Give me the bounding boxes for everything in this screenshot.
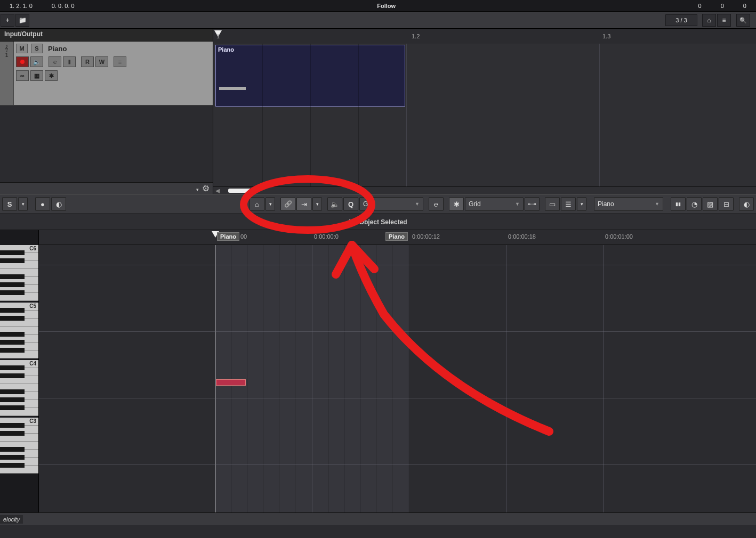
arrangement-area[interactable]: Piano bbox=[213, 44, 756, 186]
extra-tool-2[interactable]: ◐ bbox=[739, 197, 754, 211]
track-list-panel: Input/Output 𝄞 1 M S Piano 🔈 ℮ ⦀ bbox=[0, 29, 213, 194]
ruler-18: 0:00:00:18 bbox=[508, 233, 536, 240]
editor-time-ruler[interactable]: Piano 00 0:00:00:0 Piano 0:00:00:12 0:00… bbox=[39, 230, 756, 245]
write-automation-button[interactable]: W bbox=[95, 56, 108, 67]
value-a: 0 bbox=[689, 3, 711, 9]
search-button[interactable] bbox=[736, 14, 750, 27]
track-name[interactable]: Piano bbox=[48, 45, 67, 53]
piano-keyboard[interactable]: C6C5C4C3 bbox=[0, 230, 39, 512]
autoscroll-button[interactable] bbox=[296, 197, 311, 211]
timeline-ruler[interactable]: 1 1.2 1.3 bbox=[213, 29, 756, 44]
track-dropdown-icon[interactable] bbox=[196, 184, 199, 193]
transport-strip: 1. 2. 1. 0 0. 0. 0. 0 Follow 0 0 0 bbox=[0, 0, 756, 12]
length-display: 0. 0. 0. 0 bbox=[42, 3, 84, 9]
snap-value: Grid bbox=[469, 200, 481, 208]
follow-label[interactable]: Follow bbox=[377, 3, 396, 9]
preset-dropdown[interactable]: Piano▼ bbox=[594, 197, 663, 211]
layers-button[interactable] bbox=[561, 197, 576, 211]
octave-line-c6 bbox=[39, 265, 756, 265]
quantize-value: Grid bbox=[363, 200, 375, 208]
read-automation-button[interactable]: R bbox=[81, 56, 94, 67]
lock-button[interactable]: ✱ bbox=[45, 70, 58, 81]
controller-view-button[interactable] bbox=[687, 197, 702, 211]
note-grid-area[interactable]: Piano 00 0:00:00:0 Piano 0:00:00:12 0:00… bbox=[39, 230, 756, 512]
minor-gridline bbox=[231, 245, 231, 512]
track-header[interactable]: 𝄞 1 M S Piano 🔈 ℮ ⦀ R W bbox=[0, 42, 213, 105]
project-toolbar: 3 / 3 bbox=[0, 12, 756, 29]
octave-line-c3 bbox=[39, 464, 756, 465]
record-editor-button[interactable] bbox=[35, 197, 50, 211]
part-label-2[interactable]: Piano bbox=[385, 232, 408, 241]
acoustic-feedback-button[interactable] bbox=[327, 197, 342, 211]
midi-note[interactable] bbox=[216, 379, 246, 386]
minor-gridline bbox=[263, 245, 263, 512]
inspector-header: Input/Output bbox=[0, 29, 213, 42]
scroll-thumb[interactable] bbox=[228, 189, 252, 193]
extra-tool-1[interactable]: ⊟ bbox=[719, 197, 734, 211]
gridline bbox=[408, 245, 408, 512]
status-bar: No Object Selected bbox=[0, 214, 756, 230]
link-button[interactable] bbox=[280, 197, 295, 211]
list-button[interactable] bbox=[717, 14, 731, 27]
layers-dropdown[interactable] bbox=[577, 197, 586, 211]
editor-home-button[interactable] bbox=[250, 197, 264, 211]
snap-type-dropdown[interactable]: Grid▼ bbox=[465, 197, 524, 211]
ruler-tick-1-3: 1.3 bbox=[602, 33, 610, 39]
add-track-button[interactable] bbox=[1, 14, 14, 27]
monitor-button[interactable]: 🔈 bbox=[30, 56, 43, 67]
editor-home-dropdown[interactable] bbox=[266, 197, 275, 211]
velocity-label[interactable]: elocity bbox=[0, 515, 23, 524]
minor-gridline bbox=[360, 245, 360, 512]
autoscroll-dropdown[interactable] bbox=[312, 197, 322, 211]
ruler-06: 0:00:00:0 bbox=[314, 233, 339, 240]
quantize-preset-dropdown[interactable]: Grid▼ bbox=[359, 197, 423, 211]
controller-lane-header: elocity bbox=[0, 512, 756, 525]
solo-editor-button[interactable] bbox=[2, 197, 17, 211]
track-number-column: 𝄞 1 bbox=[0, 42, 14, 105]
edit-instrument-button[interactable]: ℮ bbox=[49, 56, 61, 67]
loop-button[interactable]: ∞ bbox=[16, 70, 29, 81]
record-enable-button[interactable] bbox=[16, 56, 29, 67]
mute-button[interactable]: M bbox=[16, 44, 28, 53]
minor-gridline bbox=[247, 245, 247, 512]
velocity-view-button[interactable] bbox=[671, 197, 686, 211]
minor-gridline bbox=[328, 245, 328, 512]
retrospective-record-button[interactable] bbox=[51, 197, 66, 211]
ruler-12: 0:00:00:12 bbox=[412, 233, 440, 240]
editor-toolbar: Grid▼ Grid▼ Piano▼ ⊟ ◐ bbox=[0, 194, 756, 214]
midi-note-preview bbox=[219, 87, 246, 90]
key-label-c4: C4 bbox=[29, 361, 36, 366]
ruler-tick-1-2: 1.2 bbox=[412, 33, 420, 39]
track-settings-icon[interactable] bbox=[202, 183, 210, 193]
drum-map-button[interactable]: ⦀ bbox=[63, 56, 76, 67]
minor-gridline bbox=[376, 245, 376, 512]
snap-button[interactable] bbox=[449, 197, 464, 211]
nudge-button[interactable] bbox=[525, 197, 540, 211]
lane-button[interactable]: ≡ bbox=[114, 56, 126, 67]
quantize-button[interactable] bbox=[343, 197, 358, 211]
piano-icon: 𝄞 bbox=[5, 45, 9, 52]
value-b: 0 bbox=[711, 3, 734, 9]
arrangement-scrollbar[interactable] bbox=[213, 186, 756, 194]
gridline bbox=[603, 245, 604, 512]
color-button[interactable] bbox=[703, 197, 718, 211]
preset-name: Piano bbox=[598, 200, 614, 208]
solo-button[interactable]: S bbox=[31, 44, 43, 53]
minor-gridline bbox=[279, 245, 279, 512]
window-layout-button[interactable] bbox=[545, 197, 560, 211]
octave-line-c5 bbox=[39, 331, 756, 332]
quantize-settings-button[interactable] bbox=[429, 197, 444, 211]
value-c: 0 bbox=[734, 3, 756, 9]
project-area: Input/Output 𝄞 1 M S Piano 🔈 ℮ ⦀ bbox=[0, 29, 756, 194]
part-zone bbox=[215, 245, 408, 512]
freeze-button[interactable]: ▦ bbox=[30, 70, 43, 81]
part-label-1[interactable]: Piano bbox=[217, 232, 239, 241]
folder-button[interactable] bbox=[15, 14, 29, 27]
ruler-100: 0:00:01:00 bbox=[605, 233, 633, 240]
home-button[interactable] bbox=[702, 14, 716, 27]
gridline bbox=[506, 245, 506, 512]
editor-playhead-line bbox=[215, 245, 215, 512]
solo-dropdown[interactable] bbox=[18, 197, 28, 211]
post-part-zone bbox=[408, 245, 756, 512]
key-label-c6: C6 bbox=[29, 246, 36, 251]
